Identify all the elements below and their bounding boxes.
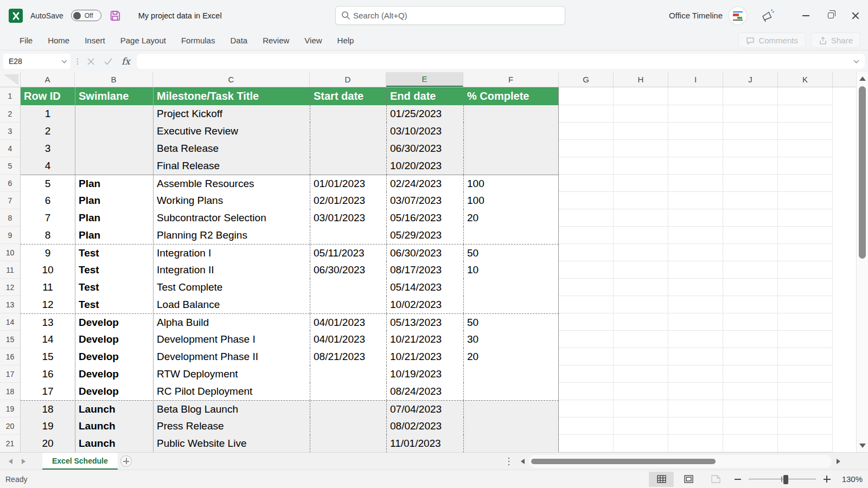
- normal-view-button[interactable]: [649, 472, 674, 487]
- menu-tab-review[interactable]: Review: [255, 36, 297, 45]
- cell-rowid[interactable]: 3: [21, 140, 75, 157]
- cell-rowid[interactable]: 19: [21, 418, 75, 435]
- cell-rowid[interactable]: 18: [21, 401, 75, 418]
- cell-start-date[interactable]: [310, 365, 386, 383]
- header-cell-rowid[interactable]: Row ID: [21, 87, 75, 105]
- row-number-17[interactable]: 17: [0, 365, 20, 383]
- cell-rowid[interactable]: 15: [21, 348, 75, 365]
- prev-sheet-icon[interactable]: [9, 459, 12, 464]
- cell-start-date[interactable]: [310, 105, 386, 123]
- cell-rowid[interactable]: 8: [21, 227, 75, 244]
- empty-grid-cell[interactable]: [559, 348, 614, 365]
- empty-grid-cell[interactable]: [559, 365, 614, 383]
- cell-title[interactable]: Beta Blog Launch: [153, 401, 310, 418]
- empty-grid-cell[interactable]: [778, 331, 833, 348]
- cell-end-date[interactable]: 10/02/2023: [386, 296, 463, 313]
- empty-grid-cell[interactable]: [778, 418, 833, 435]
- menu-tab-formulas[interactable]: Formulas: [174, 36, 223, 45]
- empty-grid-cell[interactable]: [723, 313, 778, 331]
- empty-grid-cell[interactable]: [723, 365, 778, 383]
- cell-swimlane[interactable]: Test: [75, 296, 153, 313]
- column-header-H[interactable]: H: [614, 72, 668, 87]
- vertical-scroll-thumb[interactable]: [859, 86, 866, 259]
- cell-rowid[interactable]: 12: [21, 296, 75, 313]
- cell-end-date[interactable]: 10/21/2023: [386, 348, 463, 365]
- cell-percent[interactable]: [463, 296, 559, 313]
- empty-grid-cell[interactable]: [559, 175, 614, 192]
- row-number-9[interactable]: 9: [0, 227, 20, 244]
- cell-swimlane[interactable]: [75, 105, 153, 123]
- cell-start-date[interactable]: 08/21/2023: [310, 348, 386, 365]
- name-box[interactable]: E28: [3, 54, 71, 69]
- row-number-6[interactable]: 6: [0, 175, 20, 192]
- empty-grid-cell[interactable]: [559, 140, 614, 157]
- empty-grid-cell[interactable]: [668, 383, 723, 400]
- cell-title[interactable]: Planning R2 Begins: [153, 227, 310, 244]
- empty-grid-cell[interactable]: [778, 313, 833, 331]
- zoom-slider-handle[interactable]: [783, 475, 788, 484]
- cell-swimlane[interactable]: Test: [75, 279, 153, 296]
- empty-grid-cell[interactable]: [668, 313, 723, 331]
- row-number-11[interactable]: 11: [0, 261, 20, 279]
- empty-grid-cell[interactable]: [668, 157, 723, 175]
- cell-percent[interactable]: [463, 418, 559, 435]
- cell-end-date[interactable]: 06/30/2023: [386, 245, 463, 261]
- cell-title[interactable]: Final Release: [153, 157, 310, 175]
- cell-percent[interactable]: [463, 123, 559, 140]
- vertical-scrollbar[interactable]: [856, 72, 868, 452]
- cell-end-date[interactable]: 05/13/2023: [386, 314, 463, 331]
- menu-tab-view[interactable]: View: [297, 36, 329, 45]
- empty-grid-cell[interactable]: [778, 261, 833, 279]
- empty-grid-cell[interactable]: [614, 261, 668, 279]
- empty-grid-cell[interactable]: [668, 261, 723, 279]
- cell-percent[interactable]: 10: [463, 261, 559, 279]
- column-header-B[interactable]: B: [75, 72, 153, 87]
- empty-grid-cell[interactable]: [778, 157, 833, 175]
- cell-title[interactable]: Subcontractor Selection: [153, 209, 310, 227]
- select-all-button[interactable]: [0, 72, 21, 87]
- cell-swimlane[interactable]: [75, 157, 153, 175]
- empty-grid-cell[interactable]: [723, 175, 778, 192]
- empty-grid-cell[interactable]: [614, 157, 668, 175]
- empty-grid-cell[interactable]: [668, 123, 723, 140]
- cell-rowid[interactable]: 2: [21, 123, 75, 140]
- cell-rowid[interactable]: 13: [21, 314, 75, 331]
- cell-end-date[interactable]: 10/21/2023: [386, 331, 463, 348]
- cell-start-date[interactable]: [310, 401, 386, 418]
- cell-start-date[interactable]: 02/01/2023: [310, 192, 386, 209]
- row-number-12[interactable]: 12: [0, 279, 20, 296]
- empty-grid-cell[interactable]: [559, 157, 614, 175]
- cell-percent[interactable]: 30: [463, 331, 559, 348]
- share-button[interactable]: Share: [811, 33, 860, 48]
- page-break-preview-button[interactable]: [703, 472, 728, 487]
- empty-grid-cell[interactable]: [778, 244, 833, 261]
- empty-grid-cell[interactable]: [559, 383, 614, 400]
- empty-grid-cell[interactable]: [559, 400, 614, 418]
- empty-grid-cell[interactable]: [668, 192, 723, 209]
- cell-rowid[interactable]: 16: [21, 365, 75, 383]
- menu-tab-file[interactable]: File: [12, 36, 40, 45]
- column-header-A[interactable]: A: [21, 72, 75, 87]
- save-icon[interactable]: [109, 10, 121, 22]
- row-number-7[interactable]: 7: [0, 192, 20, 209]
- header-cell-percent[interactable]: % Complete: [463, 87, 559, 105]
- cell-swimlane[interactable]: Develop: [75, 331, 153, 348]
- cell-rowid[interactable]: 7: [21, 209, 75, 227]
- row-number-15[interactable]: 15: [0, 331, 20, 348]
- cell-end-date[interactable]: 05/16/2023: [386, 209, 463, 227]
- empty-grid-cell[interactable]: [778, 279, 833, 296]
- cell-rowid[interactable]: 11: [21, 279, 75, 296]
- cell-title[interactable]: Development Phase II: [153, 348, 310, 365]
- cell-swimlane[interactable]: Plan: [75, 227, 153, 244]
- empty-grid-cell[interactable]: [723, 296, 778, 313]
- empty-grid-cell[interactable]: [614, 313, 668, 331]
- cell-end-date[interactable]: 11/01/2023: [386, 435, 463, 452]
- cell-start-date[interactable]: [310, 279, 386, 296]
- minimize-button[interactable]: [793, 0, 818, 31]
- empty-grid-cell[interactable]: [614, 296, 668, 313]
- empty-grid-cell[interactable]: [778, 175, 833, 192]
- cell-end-date[interactable]: 10/20/2023: [386, 157, 463, 175]
- cell-rowid[interactable]: 5: [21, 175, 75, 192]
- sheet-tab-excel-schedule[interactable]: Excel Schedule: [42, 453, 118, 470]
- horizontal-scrollbar[interactable]: [529, 455, 832, 468]
